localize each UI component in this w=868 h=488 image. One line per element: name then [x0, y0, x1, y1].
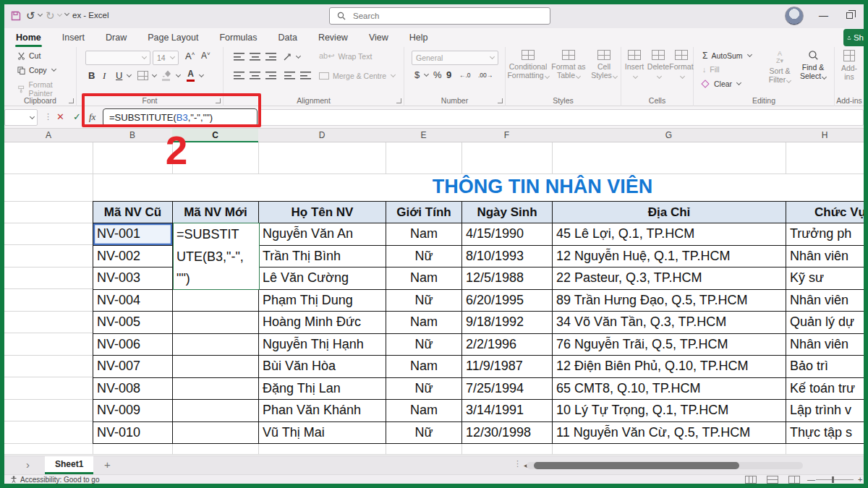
- cancel-button[interactable]: ✕: [56, 111, 64, 122]
- zoom-slider-track[interactable]: [816, 479, 854, 480]
- format-cells-button[interactable]: Format: [669, 50, 694, 80]
- italic-button[interactable]: I: [103, 70, 106, 82]
- enter-button[interactable]: ✓: [73, 111, 81, 122]
- align-center-button[interactable]: [250, 72, 260, 80]
- redo-dropdown-icon[interactable]: [57, 12, 62, 17]
- cell[interactable]: Nam: [386, 356, 462, 378]
- cell-b3-selected[interactable]: NV-001: [93, 223, 173, 246]
- cell[interactable]: 65 CMT8, Q.10, TP.HCM: [553, 378, 786, 401]
- align-right-button[interactable]: [265, 72, 276, 80]
- cell[interactable]: Hoàng Minh Đức: [259, 312, 386, 334]
- cell[interactable]: [173, 356, 259, 378]
- name-box[interactable]: [4, 109, 38, 126]
- cell[interactable]: Nguyễn Thị Hạnh: [259, 334, 386, 356]
- zoom-out-button[interactable]: —: [807, 475, 815, 484]
- cell[interactable]: NV-007: [93, 356, 173, 378]
- borders-button[interactable]: [137, 71, 148, 80]
- cell[interactable]: Nguyễn Văn An: [259, 223, 386, 246]
- normal-view-icon[interactable]: [745, 476, 757, 484]
- avatar[interactable]: [785, 7, 804, 25]
- increase-indent-button[interactable]: [300, 72, 311, 80]
- cell[interactable]: 6/20/1995: [462, 290, 553, 312]
- underline-dropdown-icon[interactable]: [127, 72, 132, 77]
- cell[interactable]: NV-009: [93, 400, 173, 422]
- search-input[interactable]: [352, 11, 525, 21]
- cell[interactable]: Nam: [386, 267, 462, 290]
- underline-button[interactable]: U: [116, 70, 122, 81]
- insert-cells-button[interactable]: Insert: [623, 50, 646, 80]
- cell[interactable]: 7/25/1994: [462, 378, 553, 401]
- number-format-select[interactable]: General: [412, 51, 498, 65]
- table-header-name[interactable]: Họ Tên NV: [259, 202, 386, 223]
- cell[interactable]: 45 Lê Lợi, Q.1, TP.HCM: [553, 223, 786, 246]
- column-header-h[interactable]: H: [786, 129, 864, 142]
- tab-page-layout[interactable]: Page Layout: [147, 30, 199, 46]
- cell[interactable]: Nam: [386, 400, 462, 422]
- cell[interactable]: NV-003: [93, 267, 173, 290]
- table-header-new-id[interactable]: Mã NV Mới: [173, 202, 259, 223]
- cell[interactable]: 4/15/1990: [462, 223, 553, 246]
- wrap-text-button[interactable]: ab↩ Wrap Text: [319, 51, 372, 61]
- horizontal-scrollbar-thumb[interactable]: [534, 462, 739, 469]
- addins-button[interactable]: Add-ins: [837, 50, 861, 81]
- cell[interactable]: 12 Nguyễn Huệ, Q.1, TP.HCM: [553, 246, 786, 268]
- cell[interactable]: 89 Trần Hưng Đạo, Q.5, TP.HCM: [553, 290, 786, 312]
- grow-font-button[interactable]: A˄: [185, 51, 195, 61]
- maximize-button[interactable]: [846, 12, 853, 19]
- customize-quick-access-icon[interactable]: [64, 11, 69, 16]
- copy-button[interactable]: Copy: [17, 66, 56, 74]
- format-painter-button[interactable]: Format Painter: [17, 80, 76, 98]
- merge-centre-button[interactable]: Merge & Centre: [319, 72, 395, 80]
- cell[interactable]: Bảo trì: [786, 356, 868, 378]
- cell[interactable]: Kế toán trư: [786, 378, 868, 401]
- find-select-button[interactable]: Find & Select: [796, 50, 830, 80]
- zoom-in-button[interactable]: +: [858, 475, 862, 484]
- cell[interactable]: 76 Nguyễn Trãi, Q.5, TP.HCM: [553, 334, 786, 356]
- page-layout-view-icon[interactable]: [767, 476, 778, 484]
- top-align-button[interactable]: [234, 53, 244, 61]
- sort-filter-button[interactable]: AZ▾ Sort & Filter: [765, 50, 795, 84]
- tab-draw[interactable]: Draw: [105, 30, 127, 46]
- column-header-g[interactable]: G: [552, 129, 786, 142]
- orientation-dropdown-icon[interactable]: [296, 53, 301, 59]
- clipboard-dialog-launcher-icon[interactable]: [69, 98, 74, 103]
- align-left-button[interactable]: [234, 72, 244, 80]
- cell[interactable]: NV-008: [93, 378, 173, 401]
- page-break-view-icon[interactable]: [788, 476, 800, 484]
- undo-dropdown-icon[interactable]: [38, 12, 43, 17]
- cell[interactable]: 34 Võ Văn Tần, Q.3, TP.HCM: [553, 312, 786, 334]
- formula-input-extension[interactable]: [260, 109, 864, 126]
- table-header-dob[interactable]: Ngày Sinh: [462, 202, 553, 223]
- column-header-f[interactable]: F: [461, 129, 552, 142]
- cell[interactable]: 11 Nguyễn Văn Cừ, Q.5, TP.HCM: [553, 422, 786, 445]
- conditional-formatting-button[interactable]: Conditional Formatting: [507, 50, 549, 80]
- cell[interactable]: Nam: [386, 223, 462, 246]
- cell[interactable]: [173, 334, 259, 356]
- font-color-button[interactable]: A: [187, 69, 195, 82]
- cell[interactable]: Nữ: [386, 422, 462, 445]
- middle-align-button[interactable]: [250, 53, 260, 61]
- cell[interactable]: NV-005: [93, 312, 173, 334]
- cut-button[interactable]: Cut: [17, 51, 41, 60]
- bold-button[interactable]: B: [88, 70, 95, 81]
- table-header-gender[interactable]: Giới Tính: [386, 202, 462, 223]
- cell[interactable]: Phan Văn Khánh: [259, 400, 386, 422]
- cell[interactable]: [173, 312, 259, 334]
- cell[interactable]: NV-004: [93, 290, 173, 312]
- cell[interactable]: 22 Pasteur, Q.3, TP.HCM: [553, 267, 786, 290]
- accounting-format-button[interactable]: $: [414, 69, 420, 80]
- cell[interactable]: Quản lý dự: [786, 312, 868, 334]
- delete-cells-button[interactable]: Delete: [646, 50, 671, 80]
- increase-decimal-button[interactable]: ←.0: [459, 72, 471, 79]
- shrink-font-button[interactable]: A˅: [201, 51, 210, 61]
- decrease-indent-button[interactable]: [284, 72, 295, 80]
- search-box[interactable]: [329, 7, 550, 25]
- cell-c3-edit-overlay[interactable]: =SUBSTIT UTE(B3,"-", ""): [173, 223, 260, 290]
- cell-styles-button[interactable]: Cell Styles: [588, 50, 620, 80]
- cell[interactable]: Kỹ sư: [786, 267, 868, 290]
- alignment-dialog-launcher-icon[interactable]: [396, 98, 401, 103]
- cell[interactable]: [173, 290, 259, 312]
- orientation-button[interactable]: [283, 52, 292, 61]
- percent-button[interactable]: %: [433, 69, 442, 80]
- tab-data[interactable]: Data: [277, 30, 297, 46]
